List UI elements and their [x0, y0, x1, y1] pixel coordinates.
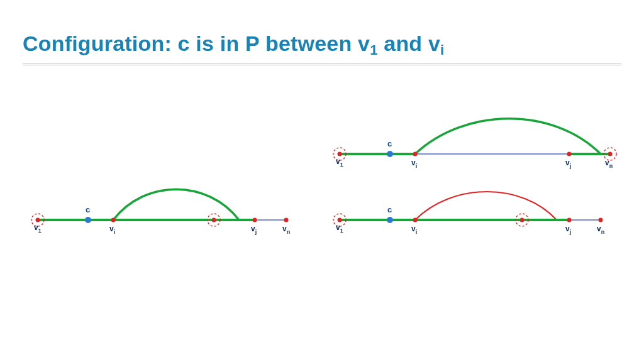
title-mid: and v [378, 31, 440, 55]
node-vj [567, 152, 572, 156]
node-vi [413, 152, 418, 156]
node-v1 [338, 152, 342, 156]
label-vj: vj [251, 224, 257, 235]
diagram-bottom-right: v1 c vi vj vn [321, 176, 610, 251]
label-vn: vn [597, 224, 604, 235]
label-vi: vi [411, 158, 417, 169]
node-v1 [338, 218, 342, 222]
node-c [85, 217, 91, 223]
node-vn [284, 218, 289, 222]
node-vn [599, 218, 603, 222]
label-c: c [86, 205, 90, 214]
diagram-top-right: v1 c vi vj vn [321, 110, 623, 185]
arc-red [415, 192, 557, 220]
arc-green [113, 189, 239, 220]
node-mid [212, 218, 216, 222]
label-vj: vj [565, 224, 571, 235]
label-vj: vj [565, 158, 571, 169]
label-v1: v1 [336, 223, 343, 234]
slide: Configuration: c is in P between v1 and … [0, 0, 644, 362]
diagram-left: v1 c vi vj vn [19, 176, 296, 251]
node-c [387, 217, 393, 223]
node-vj [567, 218, 572, 222]
node-mid [520, 218, 525, 222]
label-vn: vn [282, 224, 290, 235]
arc-green [415, 119, 601, 154]
label-vi: vi [109, 224, 115, 235]
node-vj [253, 218, 257, 222]
node-vn [608, 152, 613, 156]
page-title: Configuration: c is in P between v1 and … [23, 31, 444, 56]
label-v1: v1 [336, 157, 343, 168]
node-vi [111, 218, 116, 222]
label-c: c [387, 139, 392, 148]
label-c: c [387, 205, 392, 214]
label-v1: v1 [34, 223, 42, 234]
node-v1 [36, 218, 40, 222]
title-prefix: Configuration: c is in P between v [23, 31, 370, 55]
node-c [387, 151, 393, 157]
title-sub2: i [440, 42, 444, 58]
title-underline [23, 63, 621, 65]
node-vi [413, 218, 418, 222]
label-vi: vi [411, 224, 417, 235]
title-sub1: 1 [370, 42, 378, 58]
